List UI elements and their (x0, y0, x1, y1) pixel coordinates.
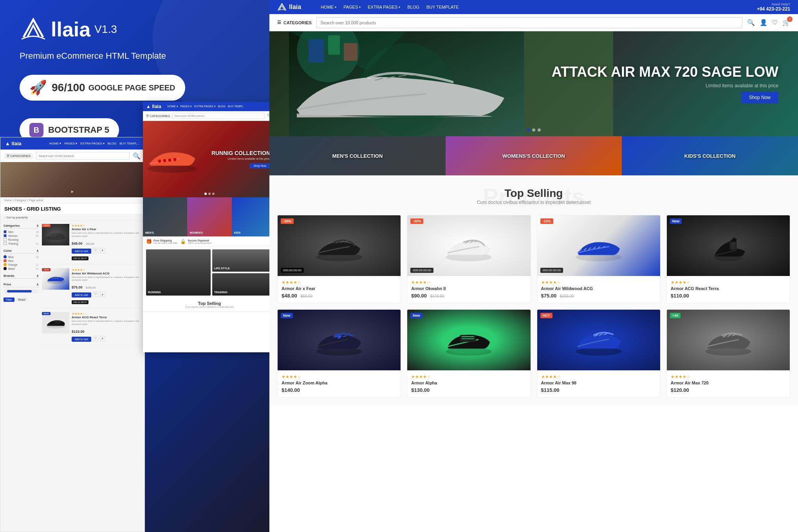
right-nav-blog[interactable]: BLOG (407, 5, 419, 9)
center-col-label-running: RUNNING (148, 291, 161, 294)
right-nav-pages[interactable]: PAGES ▾ (343, 5, 361, 9)
mock-cat-training: Training 11 (4, 242, 39, 245)
right-product-img-1: -30% 000:00:00:00 (278, 215, 401, 276)
right-hero-shop-btn[interactable]: Shop Now (741, 92, 778, 103)
mock-reset-btn[interactable]: Reset (16, 298, 28, 302)
center-cat-men[interactable]: MEN'S (143, 197, 187, 236)
brand-version: V1.3 (94, 23, 117, 36)
right-badge-2: -30% (410, 218, 423, 224)
right-countdown-2: 000:00:00:00 (410, 268, 433, 273)
mock-brands-section: Brands ∧ (4, 274, 39, 279)
mock-nav-extra: EXTRA PAGES ▾ (80, 142, 105, 145)
mock-price-3: $110.00 (72, 330, 85, 334)
right-website-mock: llaia HOME ▾ PAGES ▾ EXTRA PAGES ▾ BLOG … (269, 0, 798, 532)
mock-products-list: -36% ★★★★☆ Armor Air x Fear (42, 224, 141, 349)
right-dot-3[interactable] (538, 128, 541, 132)
mock-search-input[interactable] (36, 152, 130, 160)
right-badge-8: +40 (670, 313, 681, 318)
right-old-price-1: $60.00 (300, 294, 312, 298)
right-shoe-svg-6 (443, 323, 494, 358)
mock-color-section: Color ∧ Blue 19 Red Orange 11 Black 41 (4, 249, 39, 270)
right-price-row-6: $130.00 (411, 386, 526, 393)
right-search-input[interactable] (316, 17, 742, 28)
right-price-row-1: $48.00 $60.00 (282, 292, 397, 299)
mock-product-price-2: $75.00 $155.00 (72, 283, 141, 290)
right-old-price-2: $170.00 (430, 294, 444, 298)
mock-close-3[interactable]: × (100, 336, 105, 341)
right-price-5: $140.00 (282, 387, 300, 393)
center-shipping-icon: 🎁 (146, 239, 152, 244)
right-dot-1[interactable] (527, 128, 530, 132)
right-cat-kids-label: KIDS'S COLLECTION (684, 153, 736, 159)
mock-add-btn-1[interactable]: Add to cart (72, 249, 91, 254)
right-help-label: Need Help? (757, 2, 790, 6)
center-home-mock: ▲ llaia HOME ▾ PAGES ▾ EXTRA PAGES ▾ BLO… (143, 102, 276, 352)
right-logo-text: llaia (289, 4, 301, 11)
center-cat-women[interactable]: WOMEN'S (187, 197, 231, 236)
right-product-card-5: New ★★★★☆ Armor Air Zoom Alpha (277, 309, 401, 398)
right-product-name-2: Armor Okwahn II (411, 286, 526, 291)
mock-close-2[interactable]: × (100, 292, 105, 297)
mock-old-price-2: $155.00 (86, 286, 96, 289)
mock-wishlist-1[interactable]: ♡ (93, 248, 98, 253)
mock-countdown-2: 240:11:38:47 (72, 300, 88, 304)
center-dot-1[interactable] (204, 193, 207, 195)
mock-close-1[interactable]: × (100, 248, 105, 253)
right-hero-banner: ATTACK AIR MAX 720 SAGE LOW Limited item… (269, 31, 798, 136)
center-categories-row: MEN'S WOMEN'S KIDS (143, 197, 276, 236)
center-col-side: LIFE STYLE TRAINING (212, 249, 273, 296)
right-cart-icon[interactable]: 🛒0 (782, 19, 790, 26)
mock-stars-2: ★★★★☆ (72, 268, 141, 272)
right-wishlist-icon[interactable]: ♡ (772, 19, 778, 26)
right-cat-men[interactable]: MEN'S COLLECTION (269, 136, 446, 175)
svg-rect-20 (328, 35, 340, 55)
center-services-bar: 🎁 Free Shipping For all orders over $99 … (143, 236, 276, 247)
center-mock-search-input[interactable] (172, 113, 265, 119)
right-dot-2[interactable] (532, 128, 535, 132)
right-menu-icon: ☰ (277, 20, 281, 25)
center-nav-home: HOME ▾ (168, 105, 178, 108)
right-nav-extra[interactable]: EXTRA PAGES ▾ (368, 5, 400, 9)
center-cat-women-label: WOMEN'S (190, 231, 203, 234)
right-topselling-header: Products Top Selling Cum doctus civibus … (277, 187, 790, 205)
right-categories-menu[interactable]: ☰ CATEGORIES (277, 20, 312, 25)
rocket-icon: 🚀 (29, 79, 47, 96)
center-topselling-sub: Cum doctus civibus efficiantur in imperd… (146, 306, 273, 308)
speed-score: 96/100 (52, 81, 85, 94)
right-user-icon[interactable]: 👤 (760, 19, 767, 26)
center-dot-2[interactable] (208, 193, 211, 195)
center-payment-title: Secure Payment (188, 239, 211, 242)
svg-rect-19 (309, 39, 324, 63)
center-cat-men-label: MEN'S (145, 231, 154, 234)
right-price-3: $75.00 (541, 293, 557, 299)
right-cat-kids[interactable]: KIDS'S COLLECTION (622, 136, 798, 175)
right-badge-1: -30% (281, 218, 294, 224)
right-cat-women[interactable]: WOMENS'S COLLECTION (446, 136, 622, 175)
right-search-icon[interactable]: 🔍 (747, 19, 755, 26)
mock-color-black: Black 41 (4, 267, 39, 270)
mock-brands-title: Brands ∧ (4, 274, 39, 279)
right-nav-home[interactable]: HOME ▾ (321, 5, 336, 9)
center-col-label-lifestyle: LIFE STYLE (214, 267, 230, 270)
right-logo: llaia (277, 2, 301, 12)
mock-wishlist-3[interactable]: ♡ (93, 336, 98, 341)
mock-sort: ↑ Sort by popularity (0, 215, 144, 221)
right-stars-5: ★★★★☆ (282, 374, 397, 379)
center-mock-nav-links: HOME ▾ PAGES ▾ EXTRA PAGES ▾ BLOG BUY TE… (168, 105, 244, 108)
center-mock-logo: ▲ llaia (146, 104, 161, 109)
right-nav-buy[interactable]: BUY TEMPLATE (426, 5, 459, 9)
mock-filter-btn[interactable]: Filter (4, 298, 14, 302)
center-dot-3[interactable] (212, 193, 215, 195)
right-shoe-svg-8 (703, 323, 754, 358)
right-product-info-8: ★★★★☆ Armor Air Max 720 $120.00 (667, 370, 790, 397)
center-hero-banner: RUNNIG COLLECTION Limited items availabl… (143, 121, 276, 197)
mock-add-btn-3[interactable]: Add to cart (72, 337, 91, 342)
mock-add-btn-2[interactable]: Add to cart (72, 292, 91, 298)
center-hero-bg: RUNNIG COLLECTION Limited items availabl… (143, 121, 276, 197)
center-hero-shop-btn[interactable]: Shop Now (250, 163, 270, 168)
mock-product-2: -50% ★★★★☆ Armor Air Wildwood ACG Duis a… (42, 268, 141, 308)
mock-wishlist-2[interactable]: ♡ (93, 292, 98, 297)
right-price-8: $120.00 (671, 387, 689, 393)
center-mock-search-bar: ☰ CATEGORIES 🔍 (143, 111, 276, 121)
svg-point-1 (50, 235, 51, 236)
